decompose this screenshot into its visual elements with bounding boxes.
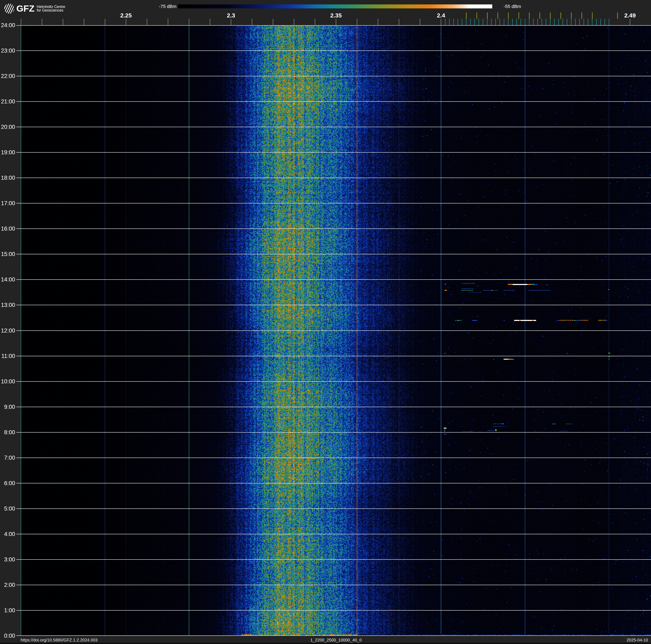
wifi-channel-tick bbox=[476, 12, 477, 19]
ble-channel-tick bbox=[584, 19, 584, 25]
freq-axis-label: 2.4 bbox=[428, 12, 454, 19]
freq-tick bbox=[336, 19, 336, 25]
freq-tick bbox=[168, 19, 168, 25]
ble-channel-tick bbox=[495, 19, 496, 25]
gfz-logo-text: GFZ bbox=[17, 3, 34, 14]
freq-tick bbox=[378, 19, 378, 25]
freq-tick bbox=[63, 19, 63, 25]
ble-channel-tick bbox=[529, 19, 529, 25]
ble-channel-tick bbox=[571, 19, 571, 25]
time-axis-label: 8:00 bbox=[0, 429, 15, 436]
wifi-channel-tick bbox=[529, 12, 530, 19]
wifi-channel-tick bbox=[508, 12, 508, 19]
time-axis-label: 7:00 bbox=[0, 455, 15, 461]
time-axis-label: 18:00 bbox=[0, 175, 15, 181]
ble-channel-tick bbox=[474, 19, 475, 25]
ble-channel-tick bbox=[504, 19, 504, 25]
time-axis-label: 24:00 bbox=[0, 22, 15, 28]
ble-channel-tick bbox=[462, 19, 462, 25]
ble-channel-tick bbox=[588, 19, 588, 25]
time-axis-label: 9:00 bbox=[0, 404, 15, 410]
time-axis-label: 3:00 bbox=[0, 556, 15, 563]
time-axis-label: 5:00 bbox=[0, 505, 15, 512]
ble-channel-tick bbox=[470, 19, 471, 25]
ble-channel-tick bbox=[445, 19, 445, 25]
spectrogram-canvas bbox=[17, 25, 651, 636]
time-axis-label: 12:00 bbox=[0, 327, 15, 334]
gfz-logo-icon bbox=[4, 4, 14, 14]
wifi-channel-tick bbox=[497, 12, 498, 19]
colorbar-gradient bbox=[178, 4, 492, 8]
ble-channel-tick bbox=[508, 19, 508, 25]
ble-channel-tick bbox=[533, 19, 534, 25]
ble-channel-tick bbox=[449, 19, 450, 25]
time-axis-label: 14:00 bbox=[0, 276, 15, 283]
freq-tick bbox=[294, 19, 294, 25]
time-axis-label: 6:00 bbox=[0, 480, 15, 486]
freq-tick bbox=[147, 19, 147, 25]
ble-channel-tick bbox=[558, 19, 559, 25]
ble-channel-tick bbox=[521, 19, 521, 25]
freq-tick bbox=[630, 19, 630, 25]
time-axis-label: 22:00 bbox=[0, 73, 15, 79]
time-axis-label: 11:00 bbox=[0, 353, 15, 359]
ble-channel-tick bbox=[541, 19, 542, 25]
wifi-channel-tick bbox=[539, 12, 540, 19]
ble-channel-tick bbox=[517, 19, 517, 25]
ble-channel-tick bbox=[466, 19, 466, 25]
date-text: 2025-04-10 bbox=[546, 638, 648, 643]
freq-tick bbox=[252, 19, 252, 25]
gfz-logo-subtitle-line2: for Geosciences bbox=[37, 9, 65, 12]
time-axis-label: 1:00 bbox=[0, 607, 15, 614]
ble-channel-tick bbox=[609, 19, 609, 25]
gfz-logo-subtitle: Helmholtz Centre for Geosciences bbox=[37, 5, 65, 12]
freq-tick bbox=[399, 19, 399, 25]
ble-channel-tick bbox=[454, 19, 454, 25]
ble-channel-tick bbox=[487, 19, 488, 25]
ble-channel-tick bbox=[604, 19, 605, 25]
freq-axis-label: 2.35 bbox=[323, 12, 349, 19]
freq-tick bbox=[441, 19, 441, 25]
ble-channel-tick bbox=[575, 19, 576, 25]
ble-channel-tick bbox=[478, 19, 479, 25]
freq-tick bbox=[21, 19, 21, 25]
ble-channel-tick bbox=[550, 19, 550, 25]
wifi-channel-tick bbox=[582, 12, 582, 19]
time-axis-label: 23:00 bbox=[0, 48, 15, 54]
freq-tick bbox=[84, 19, 84, 25]
time-axis-label: 15:00 bbox=[0, 251, 15, 257]
ble-channel-tick bbox=[563, 19, 563, 25]
freq-tick bbox=[42, 19, 42, 25]
freq-tick bbox=[420, 19, 420, 25]
time-axis-label: 4:00 bbox=[0, 531, 15, 537]
freq-tick bbox=[357, 19, 357, 25]
ble-channel-tick bbox=[600, 19, 601, 25]
freq-axis-label: 2.3 bbox=[218, 12, 244, 19]
time-axis-label: 19:00 bbox=[0, 149, 15, 155]
time-axis-label: 21:00 bbox=[0, 98, 15, 105]
freq-axis-label: 2.49 bbox=[617, 12, 643, 19]
freq-tick bbox=[105, 19, 105, 25]
time-axis-label: 17:00 bbox=[0, 200, 15, 206]
ble-channel-tick bbox=[567, 19, 567, 25]
bottom-edge bbox=[0, 643, 651, 644]
time-axis-label: 0:00 bbox=[0, 633, 15, 639]
time-axis-label: 10:00 bbox=[0, 378, 15, 385]
ble-channel-tick bbox=[491, 19, 492, 25]
ble-channel-tick bbox=[500, 19, 500, 25]
wifi-channel-tick bbox=[571, 12, 571, 19]
colorbar-max-label: -55 dBm bbox=[503, 4, 550, 9]
freq-tick bbox=[231, 19, 231, 25]
time-axis-label: 16:00 bbox=[0, 226, 15, 232]
ble-channel-tick bbox=[537, 19, 538, 25]
ble-channel-tick bbox=[554, 19, 555, 25]
freq-tick bbox=[210, 19, 210, 25]
wifi-channel-tick bbox=[550, 12, 551, 19]
wifi-channel-tick bbox=[519, 12, 519, 19]
freq-axis-label: 2.25 bbox=[114, 12, 138, 19]
time-axis-label: 2:00 bbox=[0, 582, 15, 588]
ble-channel-tick bbox=[546, 19, 546, 25]
wifi-channel-tick bbox=[487, 12, 488, 19]
colorbar-min-label: -75 dBm bbox=[134, 4, 177, 9]
ble-channel-tick bbox=[458, 19, 458, 25]
